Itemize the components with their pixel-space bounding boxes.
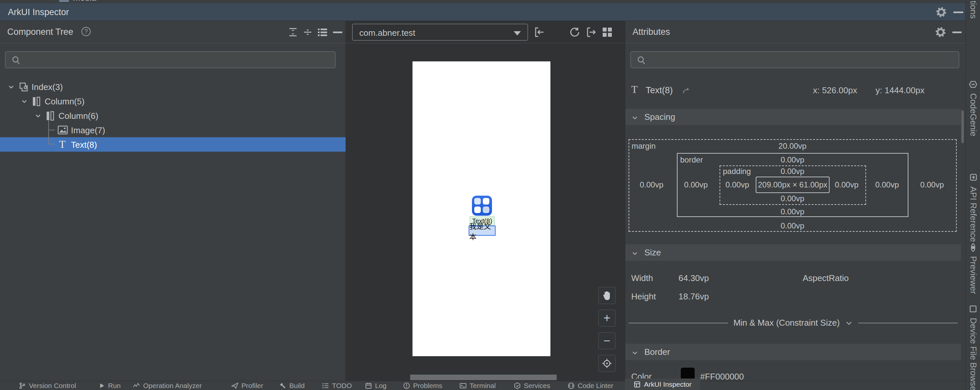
content-size-box[interactable]: 209.00px × 61.00px xyxy=(756,177,830,193)
chevron-down-icon xyxy=(631,114,638,122)
toolbar-build[interactable]: Build xyxy=(279,381,305,390)
padding-right-value: 0.00vp xyxy=(835,180,859,189)
minmax-label: Min & Max (Constraint Size) xyxy=(733,318,840,328)
crosshair-icon xyxy=(602,358,612,369)
margin-label: margin xyxy=(632,141,655,151)
pan-tool-button[interactable] xyxy=(598,287,616,304)
grid-view-icon[interactable] xyxy=(601,25,614,39)
chevron-down-icon[interactable] xyxy=(8,84,14,90)
tool-strip-codegenie[interactable]: CodeGenie xyxy=(966,80,980,136)
calendar-icon xyxy=(365,382,372,389)
folder-icon xyxy=(59,0,69,2)
branch-icon xyxy=(19,382,26,389)
settings-gear-icon[interactable] xyxy=(934,21,947,43)
collapse-all-icon[interactable] xyxy=(301,21,314,43)
codegenie-icon xyxy=(969,80,977,89)
project-tree-sliver[interactable]: media xyxy=(0,0,966,3)
app-icon-tile xyxy=(474,198,481,205)
toolbar-label: Run xyxy=(108,382,121,390)
app-grid-icon[interactable] xyxy=(472,196,492,216)
toolbar-run[interactable]: Run xyxy=(99,381,121,390)
toolbar-problems[interactable]: Problems xyxy=(403,381,442,390)
component-tree-header: Component Tree ? xyxy=(0,21,345,43)
minimize-icon[interactable] xyxy=(952,3,965,21)
settings-gear-icon[interactable] xyxy=(935,3,948,21)
todo-list-icon xyxy=(322,382,329,389)
toolbar-version-control[interactable]: Version Control xyxy=(19,381,76,390)
toolbar-operation-analyzer[interactable]: Operation Analyzer xyxy=(133,381,202,390)
hide-panel-icon[interactable] xyxy=(950,21,964,43)
media-folder-row: media xyxy=(49,0,96,3)
margin-right-value: 0.00vp xyxy=(920,180,944,189)
tree-item-label: Text(8) xyxy=(71,140,97,150)
tree-item-text-selected[interactable]: T Text(8) xyxy=(0,137,345,152)
chevron-down-icon[interactable] xyxy=(35,113,41,119)
component-y: y: 1444.00px xyxy=(875,86,924,95)
panel-scrollbar[interactable] xyxy=(961,110,964,143)
attributes-search-input[interactable] xyxy=(649,52,954,67)
divider-line xyxy=(858,323,958,323)
tool-strip-label: Previewer xyxy=(968,256,978,294)
toolbar-label: Profiler xyxy=(242,382,263,390)
refresh-icon[interactable] xyxy=(568,25,581,39)
tool-strip-label: API Reference xyxy=(968,187,978,242)
attributes-search-box xyxy=(630,51,959,68)
folder-label: media xyxy=(73,0,96,3)
selected-component-row: T Text(8) x: 526.00px y: 1444.00px xyxy=(625,83,966,98)
attributes-title: Attributes xyxy=(633,27,670,37)
services-icon xyxy=(514,382,521,389)
text-icon: T xyxy=(59,138,66,151)
chevron-down-icon[interactable] xyxy=(21,98,28,105)
hide-panel-icon[interactable] xyxy=(331,21,344,43)
play-icon xyxy=(99,382,105,389)
attributes-header: Attributes xyxy=(625,21,966,43)
tool-strip-notifications[interactable]: tions xyxy=(966,1,980,19)
window-title: ArkUI Inspector xyxy=(8,7,69,17)
minmax-divider[interactable]: Min & Max (Constraint Size) xyxy=(628,318,958,328)
section-border[interactable]: Border xyxy=(625,344,961,360)
expand-all-icon[interactable] xyxy=(286,21,299,43)
chevron-down-icon xyxy=(845,319,853,327)
toolbar-arkui-inspector-active[interactable]: ArkUI Inspector xyxy=(625,379,700,390)
tree-item-index[interactable]: Index(3) xyxy=(0,79,345,94)
tree-search-input[interactable] xyxy=(24,52,330,67)
margin-top-value: 20.00vp xyxy=(778,141,806,151)
tree-item-column5[interactable]: Column(5) xyxy=(0,94,345,108)
minus-icon: − xyxy=(603,335,610,347)
package-name: com.abner.test xyxy=(359,28,415,38)
horizontal-scrollbar[interactable] xyxy=(410,374,557,380)
aspect-ratio-label: AspectRatio xyxy=(803,273,849,283)
tool-strip-device-file-browser[interactable]: Device File Browser xyxy=(966,304,980,390)
jump-to-source-icon[interactable] xyxy=(682,86,692,95)
toolbar-label: Code Linter xyxy=(578,382,614,390)
toolbar-log[interactable]: Log xyxy=(365,381,387,390)
export-snapshot-icon[interactable] xyxy=(584,25,597,39)
toolbar-services[interactable]: Services xyxy=(514,381,550,390)
tool-strip-previewer[interactable]: Previewer xyxy=(966,244,980,294)
toolbar-label: Log xyxy=(375,382,387,390)
import-snapshot-icon[interactable] xyxy=(533,25,546,39)
zoom-in-button[interactable]: + xyxy=(598,309,616,327)
padding-label: padding xyxy=(723,167,751,176)
section-spacing[interactable]: Spacing xyxy=(625,109,961,125)
selected-text-component[interactable]: 我是文本 xyxy=(469,225,496,236)
search-icon xyxy=(637,56,646,65)
toolbar-profiler[interactable]: Profiler xyxy=(231,381,263,390)
toolbar-terminal[interactable]: Terminal xyxy=(460,381,496,390)
help-icon[interactable]: ? xyxy=(81,27,91,36)
component-tree-panel: Component Tree ? Index(3) xyxy=(0,21,345,381)
hand-icon xyxy=(602,290,612,301)
package-selector[interactable]: com.abner.test xyxy=(352,24,528,41)
tree-item-column6[interactable]: Column(6) xyxy=(0,108,345,123)
locate-component-button[interactable] xyxy=(598,355,616,372)
tool-strip-api-reference[interactable]: API Reference xyxy=(966,173,980,242)
zoom-out-button[interactable]: − xyxy=(598,332,616,349)
attributes-panel: Attributes T Text(8) x: 526.00px y: 1444… xyxy=(625,21,966,381)
section-size[interactable]: Size xyxy=(625,244,961,261)
toolbar-label: Problems xyxy=(413,382,442,390)
list-view-icon[interactable] xyxy=(316,21,329,43)
divider-line xyxy=(628,323,728,323)
paper-plane-icon xyxy=(231,382,239,389)
toolbar-todo[interactable]: TODO xyxy=(322,381,352,390)
toolbar-code-linter[interactable]: Code Linter xyxy=(568,381,614,390)
